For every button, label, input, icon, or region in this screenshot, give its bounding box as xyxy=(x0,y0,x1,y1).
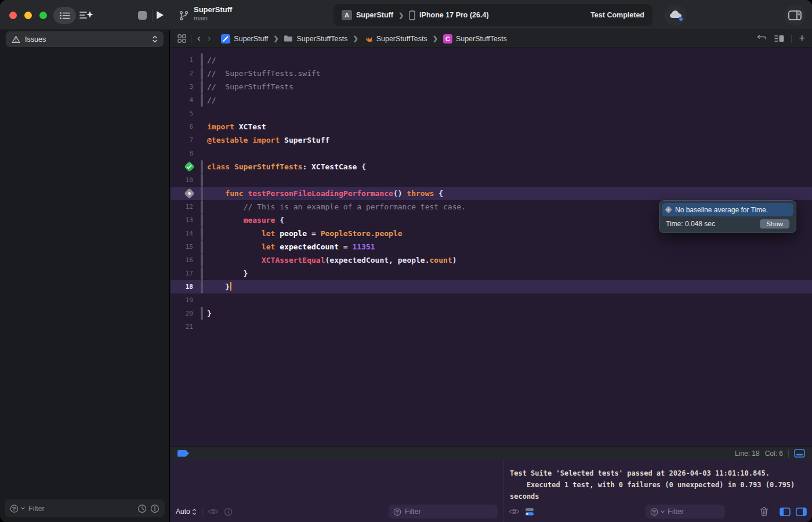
code-text: import XCTest xyxy=(207,120,266,133)
breadcrumb-file[interactable]: SuperStuffTests xyxy=(364,34,427,44)
code-lines: 1//2// SuperStuffTests.swift3// SuperStu… xyxy=(171,53,812,334)
info-icon[interactable] xyxy=(224,507,233,516)
list-icon xyxy=(59,12,71,20)
recents-clock-icon[interactable] xyxy=(137,504,147,513)
line-number: 8 xyxy=(189,150,193,157)
code-line[interactable]: 19 xyxy=(171,293,812,307)
code-line[interactable]: func testPersonFileLoadingPerformance() … xyxy=(171,187,812,200)
swap-editors-icon[interactable] xyxy=(757,35,767,42)
minimize-button[interactable] xyxy=(24,12,32,19)
console-mode-icon[interactable] xyxy=(525,507,534,516)
popover-message-row[interactable]: No baseline average for Time. xyxy=(662,203,793,216)
cloud-sync-button[interactable] xyxy=(665,5,686,26)
navigator-filter-field[interactable]: Filter xyxy=(5,499,165,517)
stop-button[interactable] xyxy=(138,11,147,20)
hide-variables-view-icon[interactable] xyxy=(780,507,791,516)
line-gutter: 6 xyxy=(171,123,200,130)
scheme-target-label[interactable]: SuperStuff xyxy=(356,11,393,19)
source-editor[interactable]: 1//2// SuperStuffTests.swift3// SuperStu… xyxy=(171,48,812,446)
code-line[interactable]: 17 } xyxy=(171,267,812,280)
variables-filter-field[interactable]: Filter xyxy=(389,505,498,519)
code-line[interactable]: 15 let expectedCount = 11351 xyxy=(171,240,812,253)
related-items-grid-icon[interactable] xyxy=(177,34,186,43)
code-line[interactable]: 2// SuperStuffTests.swift xyxy=(171,67,812,80)
change-bar xyxy=(201,93,203,107)
line-number: 14 xyxy=(186,230,193,237)
code-line[interactable]: 8 xyxy=(171,147,812,160)
line-gutter: 4 xyxy=(171,96,200,104)
footer-divider xyxy=(774,507,774,516)
line-gutter: 20 xyxy=(171,310,200,317)
add-editor-button[interactable]: + xyxy=(799,33,805,44)
code-line[interactable]: 20} xyxy=(171,307,812,320)
inspector-toggle-button[interactable] xyxy=(784,5,806,26)
line-gutter: 17 xyxy=(171,270,200,277)
code-text: } xyxy=(207,307,212,320)
show-button[interactable]: Show xyxy=(760,219,789,229)
zoom-button[interactable] xyxy=(39,12,47,19)
code-line[interactable]: 10 xyxy=(171,173,812,187)
performance-test-indicator[interactable] xyxy=(184,188,194,198)
go-forward-button[interactable]: › xyxy=(206,33,212,43)
go-back-button[interactable]: ‹ xyxy=(196,33,202,43)
navigator-toggle-button[interactable] xyxy=(53,7,76,24)
navigator-filter-label: Issues xyxy=(25,35,46,44)
issues-only-icon[interactable] xyxy=(150,504,160,513)
scheme-selector[interactable]: A SuperStuff ❯ iPhone 17 Pro (26.4) Test… xyxy=(334,4,652,26)
jumpbar-divider xyxy=(191,35,191,43)
variables-mode-dropdown[interactable]: Auto xyxy=(176,507,197,516)
close-button[interactable] xyxy=(9,12,17,19)
eye-icon[interactable] xyxy=(208,508,219,515)
code-line[interactable]: 18 } xyxy=(171,280,812,293)
console-view[interactable]: Test Suite 'Selected tests' passed at 20… xyxy=(503,460,812,522)
navigator-sidebar: Issues Filter xyxy=(0,30,170,522)
navigator-filter-dropdown[interactable]: Issues xyxy=(6,31,164,47)
line-number: 20 xyxy=(186,310,193,317)
xcode-window: SuperStuff main A SuperStuff ❯ iPhone 17… xyxy=(0,0,812,522)
line-number: 12 xyxy=(186,203,193,211)
code-line[interactable]: 6import XCTest xyxy=(171,120,812,133)
popover-time: Time: 0.048 sec xyxy=(666,220,715,228)
line-gutter: 8 xyxy=(171,150,200,157)
column-indicator: Col: 6 xyxy=(765,449,783,458)
line-number: 15 xyxy=(186,243,193,251)
eye-icon[interactable] xyxy=(509,508,520,515)
variables-view[interactable]: Auto xyxy=(171,460,503,522)
variables-filter-placeholder: Filter xyxy=(405,507,421,516)
breadcrumb-group[interactable]: SuperStuffTests xyxy=(284,35,347,43)
code-text: let people = PeopleStore.people xyxy=(207,227,403,240)
breadcrumb-symbol[interactable]: C SuperStuffTests xyxy=(443,34,507,44)
project-branch-block[interactable]: SuperStuff main xyxy=(179,5,232,23)
coding-assistant-button[interactable] xyxy=(78,9,95,21)
code-line[interactable]: 4// xyxy=(171,93,812,107)
navigator-filter-placeholder: Filter xyxy=(28,505,45,513)
breakpoints-toggle-icon[interactable] xyxy=(177,450,189,457)
console-filter-field[interactable]: Filter xyxy=(646,505,725,519)
code-line[interactable]: 5 xyxy=(171,107,812,120)
editor-layout-icon[interactable] xyxy=(774,35,784,42)
display-options-icon[interactable] xyxy=(794,449,805,458)
code-line[interactable]: class SuperStuffTests: XCTestCase { xyxy=(171,160,812,173)
console-output: Test Suite 'Selected tests' passed at 20… xyxy=(503,460,812,502)
code-line[interactable]: 3// SuperStuffTests xyxy=(171,80,812,93)
code-line[interactable]: 7@testable import SuperStuff xyxy=(171,133,812,147)
line-gutter: 18 xyxy=(171,283,200,291)
branch-name: main xyxy=(194,14,232,23)
run-button[interactable] xyxy=(156,10,164,22)
line-gutter: 7 xyxy=(171,136,200,144)
line-number: 16 xyxy=(186,256,193,264)
change-bar xyxy=(201,53,203,67)
breadcrumb-project[interactable]: SuperStuff xyxy=(221,34,268,44)
code-line[interactable]: 21 xyxy=(171,320,812,334)
test-pass-indicator[interactable] xyxy=(184,161,194,172)
line-gutter: 10 xyxy=(171,176,200,184)
iphone-icon xyxy=(409,10,415,20)
code-line[interactable]: 16 XCTAssertEqual(expectedCount, people.… xyxy=(171,253,812,267)
up-down-chevrons-icon xyxy=(192,508,197,516)
popover-message: No baseline average for Time. xyxy=(675,206,768,214)
code-line[interactable]: 1// xyxy=(171,53,812,67)
jumpbar-right-controls: + xyxy=(757,34,805,44)
scheme-device-label[interactable]: iPhone 17 Pro (26.4) xyxy=(419,11,488,19)
trash-icon[interactable] xyxy=(760,507,768,516)
hide-console-view-icon[interactable] xyxy=(796,507,807,516)
